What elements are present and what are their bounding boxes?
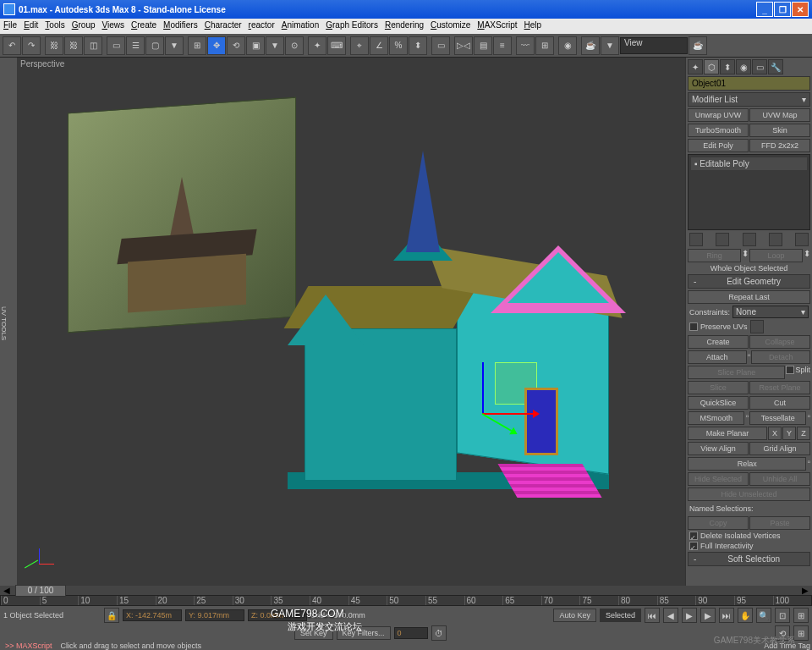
render-scene-icon[interactable]: ☕	[581, 36, 600, 55]
time-config-icon[interactable]: ⏱	[431, 625, 447, 641]
auto-key-button[interactable]: Auto Key	[553, 609, 596, 622]
stack-editable-poly[interactable]: ▪ Editable Poly	[691, 157, 807, 170]
move-icon[interactable]: ✥	[207, 36, 226, 55]
redo-icon[interactable]: ↷	[22, 36, 41, 55]
render-type-icon[interactable]: ▼	[601, 36, 619, 55]
percent-snap-icon[interactable]: %	[389, 36, 408, 55]
crossing-icon[interactable]: ⊞	[188, 36, 206, 55]
attach-button[interactable]: Attach	[688, 350, 747, 364]
scale-icon[interactable]: ▣	[246, 36, 265, 55]
ref-coord-icon[interactable]: ▼	[266, 36, 284, 55]
ffd-button[interactable]: FFD 2x2x2	[749, 139, 810, 152]
unhide-all-button[interactable]: Unhide All	[749, 472, 810, 486]
curve-editor-icon[interactable]: 〰	[516, 36, 535, 55]
key-mode-dropdown[interactable]: Selected	[600, 609, 641, 622]
constraints-dropdown[interactable]: None▾	[732, 306, 809, 318]
menu-modifiers[interactable]: Modifiers	[163, 20, 198, 32]
hide-unselected-button[interactable]: Hide Unselected	[688, 488, 810, 501]
hierarchy-tab-icon[interactable]: ⬍	[720, 59, 735, 74]
modify-tab-icon[interactable]: ⬡	[704, 59, 719, 74]
create-tab-icon[interactable]: ✦	[688, 59, 703, 74]
menu-animation[interactable]: Animation	[282, 20, 319, 32]
keyboard-icon[interactable]: ⌨	[327, 36, 346, 55]
grid-align-button[interactable]: Grid Align	[749, 442, 810, 455]
make-planar-button[interactable]: Make Planar	[688, 427, 767, 440]
unique-icon[interactable]	[743, 233, 756, 246]
maximize-button[interactable]: ❐	[774, 2, 791, 17]
zoom-icon[interactable]: 🔍	[756, 608, 771, 623]
hide-selected-button[interactable]: Hide Selected	[688, 472, 749, 486]
object-name-field[interactable]: Object01	[688, 76, 810, 91]
time-slider[interactable]: ◀ 0 / 100 ▶	[0, 586, 812, 595]
slice-plane-button[interactable]: Slice Plane	[688, 366, 785, 379]
uv-tools-strip[interactable]: UV TOOLS	[0, 58, 17, 586]
planar-x-button[interactable]: X	[768, 427, 782, 440]
menu-graph-editors[interactable]: Graph Editors	[326, 20, 378, 32]
edit-poly-button[interactable]: Edit Poly	[688, 139, 749, 152]
maximize-viewport-icon[interactable]: ⊞	[793, 625, 809, 641]
motion-tab-icon[interactable]: ◉	[736, 59, 751, 74]
bind-icon[interactable]: ◫	[84, 36, 102, 55]
frame-indicator[interactable]: 0 / 100	[15, 585, 66, 597]
turbosmooth-button[interactable]: TurboSmooth	[688, 124, 749, 137]
slice-button[interactable]: Slice	[688, 381, 749, 394]
mirror-icon[interactable]: ▷◁	[454, 36, 473, 55]
minimize-button[interactable]: _	[756, 2, 773, 17]
layers-icon[interactable]: ≡	[493, 36, 512, 55]
show-end-icon[interactable]	[716, 233, 729, 246]
menu-rendering[interactable]: Rendering	[385, 20, 424, 32]
create-button[interactable]: Create	[688, 335, 749, 349]
menu-character[interactable]: Character	[205, 20, 242, 32]
goto-start-icon[interactable]: ⏮	[645, 608, 660, 623]
soft-selection-rollout[interactable]: -Soft Selection	[688, 552, 810, 566]
perspective-viewport[interactable]: Perspective	[17, 58, 685, 586]
full-interactivity-checkbox[interactable]	[689, 542, 698, 550]
msmooth-button[interactable]: MSmooth	[688, 411, 744, 425]
maxscript-prompt[interactable]: >> MAXScript	[2, 642, 56, 650]
angle-snap-icon[interactable]: ∠	[370, 36, 388, 55]
material-icon[interactable]: ◉	[558, 36, 577, 55]
menu-tools[interactable]: Tools	[45, 20, 64, 32]
time-ruler[interactable]: 0510152025303540455055606570758085909510…	[0, 595, 812, 606]
named-sel-icon[interactable]: ▭	[431, 36, 450, 55]
undo-icon[interactable]: ↶	[3, 36, 21, 55]
fov-icon[interactable]: ⊡	[775, 608, 790, 623]
uvw-map-button[interactable]: UVW Map	[749, 108, 810, 122]
menu-file[interactable]: File	[3, 20, 17, 32]
prev-frame-icon[interactable]: ◀	[663, 608, 678, 623]
modifier-stack[interactable]: ▪ Editable Poly	[688, 154, 810, 230]
display-tab-icon[interactable]: ▭	[752, 59, 767, 74]
rotate-icon[interactable]: ⟲	[227, 36, 245, 55]
modifier-list-dropdown[interactable]: Modifier List▾	[688, 92, 810, 107]
menu-reactor[interactable]: reactor	[249, 20, 275, 32]
unlink-icon[interactable]: ⛓	[64, 36, 83, 55]
goto-end-icon[interactable]: ⏭	[719, 608, 734, 623]
snap-icon[interactable]: ⌖	[350, 36, 369, 55]
current-frame-field[interactable]: 0	[394, 627, 428, 639]
reset-plane-button[interactable]: Reset Plane	[749, 381, 810, 394]
relax-button[interactable]: Relax	[688, 457, 806, 471]
cut-button[interactable]: Cut	[749, 396, 810, 410]
select-region-icon[interactable]: ▢	[145, 36, 164, 55]
paste-sel-button[interactable]: Paste	[749, 516, 810, 530]
menu-views[interactable]: Views	[102, 20, 125, 32]
close-button[interactable]: ✕	[792, 2, 809, 17]
skin-button[interactable]: Skin	[749, 124, 810, 137]
y-coord-field[interactable]: Y: 9.017mm	[185, 609, 244, 621]
x-coord-field[interactable]: X: -142.745m	[123, 609, 182, 621]
collapse-button[interactable]: Collapse	[749, 335, 810, 349]
align-icon[interactable]: ▤	[474, 36, 492, 55]
detach-button[interactable]: Detach	[751, 350, 810, 364]
unwrap-uvw-button[interactable]: Unwrap UVW	[688, 108, 749, 122]
manipulate-icon[interactable]: ✦	[308, 36, 326, 55]
select-icon[interactable]: ▭	[107, 36, 125, 55]
planar-z-button[interactable]: Z	[797, 427, 810, 440]
view-align-button[interactable]: View Align	[688, 442, 749, 455]
render-view-dropdown[interactable]: View	[620, 37, 688, 54]
delete-iso-checkbox[interactable]	[689, 532, 698, 540]
menu-help[interactable]: Help	[524, 20, 542, 32]
utilities-tab-icon[interactable]: 🔧	[768, 59, 783, 74]
menu-maxscript[interactable]: MAXScript	[477, 20, 517, 32]
configure-icon[interactable]	[795, 233, 809, 246]
preserve-uvs-checkbox[interactable]	[689, 322, 698, 331]
